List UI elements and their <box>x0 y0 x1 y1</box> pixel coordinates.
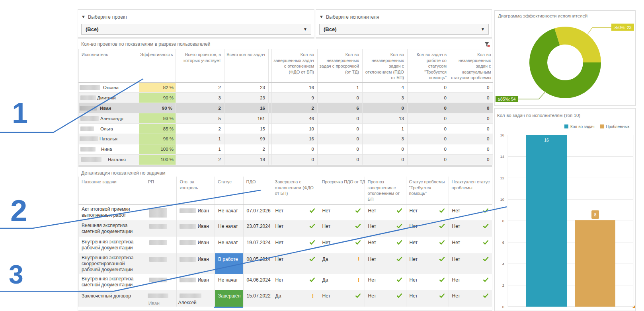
svg-text:1: 1 <box>12 97 28 129</box>
svg-text:2: 2 <box>10 194 27 227</box>
svg-text:3: 3 <box>9 260 23 289</box>
